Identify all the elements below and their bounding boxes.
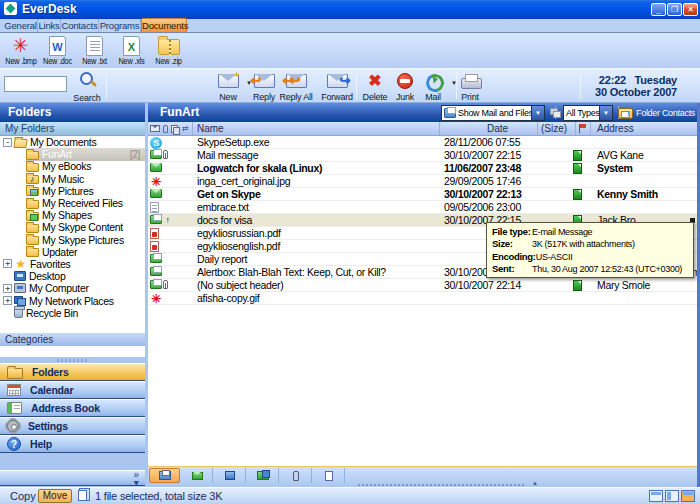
splitter-handle[interactable] [57,359,89,362]
new-button[interactable]: ✦▼New [213,72,243,102]
tab-general[interactable]: General [4,19,38,32]
tree-item-recycle-bin[interactable]: Recycle Bin [0,307,145,319]
file-row-afisha-copy-gif[interactable]: afisha-copy.gif [148,292,697,305]
nav-help-button[interactable]: Help [0,435,145,453]
my-folders-subheader: My Folders [0,122,145,136]
tree-item-my-music[interactable]: My Music [0,173,145,185]
direction-column-icon [182,125,191,133]
file-row-mail-message[interactable]: Mail message30/10/2007 22:15AVG Kane [148,149,697,162]
file-row-logwatch-for-skala-linux[interactable]: Logwatch for skala (Linux)11/06/2007 23:… [148,162,697,175]
delete-button[interactable]: Delete [357,72,393,102]
tree-item-my-network-places[interactable]: +My Network Places [0,294,145,306]
tree-item-my-skype-pictures[interactable]: My Skype Pictures [0,234,145,246]
new-zip-button[interactable]: New .zip [150,35,187,68]
column-size[interactable]: (Size) [538,122,576,135]
view-tab-both[interactable] [248,468,279,483]
categories-body [0,346,145,357]
collapse-icon[interactable]: - [3,138,12,147]
txt-icon [150,202,159,213]
tree-item-favorites[interactable]: +Favorites [0,258,145,270]
file-row-no-subject-header[interactable]: (No subject header)30/10/2007 22:14Mary … [148,279,697,292]
nav-folders-button[interactable]: Folders [0,363,145,381]
nav-set-icon [7,420,19,432]
horizontal-scrollbar[interactable] [358,484,524,486]
close-button[interactable]: ✕ [683,3,698,16]
nav-overflow-strip[interactable]: »▾ [0,470,145,486]
view-tab-mailfile[interactable] [149,468,180,483]
tree-item-my-documents[interactable]: -My Documents [0,136,145,148]
move-mode-button[interactable]: Move [38,489,72,503]
tree-item-funart[interactable]: FunArt[2] [0,148,145,160]
categories-header[interactable]: Categories [0,332,145,346]
all-types-dropdown[interactable]: All Types ▼ [563,105,613,121]
column-address[interactable]: Address [591,122,697,135]
new-xls-button[interactable]: New .xls [113,35,150,68]
tab-links[interactable]: Links [38,19,61,32]
expand-icon[interactable]: + [3,296,12,305]
search-icon [79,71,96,87]
view-tab-files[interactable] [215,468,246,483]
nav-settings-button[interactable]: Settings [0,417,145,435]
search-button[interactable]: Search [68,71,106,103]
column-name[interactable]: Name [193,122,440,135]
mail-button[interactable]: ▼Mail [418,72,448,102]
column-flag[interactable] [576,122,591,135]
junk-button[interactable]: Junk [390,72,420,102]
column-icons[interactable] [148,122,193,135]
tab-contacts[interactable]: Contacts [61,19,99,32]
toolbar-separator [580,73,581,99]
view-tab-clip[interactable] [281,468,312,483]
pages-column-icon [171,125,179,133]
tree-item-my-received-files[interactable]: My Received Files [0,197,145,209]
new-bmp-button[interactable]: New .bmp [2,35,39,68]
up-icon [163,215,172,225]
main-panel: FunArt Show Mail and Files ▼ All Types ▼… [148,103,697,487]
folder-contacts-button[interactable]: Folder Contacts [618,105,695,121]
tree-item-my-skype-content[interactable]: My Skype Content [0,221,145,233]
toolbar-separator [106,73,107,99]
nav-address-book-button[interactable]: Address Book [0,399,145,417]
file-row-get-on-skype[interactable]: Get on Skype30/10/2007 22:13Kenny Smith [148,188,697,201]
reply-all-button[interactable]: ↩↩Reply All [271,72,322,102]
tree-item-my-pictures[interactable]: My Pictures [0,185,145,197]
show-mail-files-dropdown[interactable]: Show Mail and Files ▼ [441,105,545,121]
new-doc-button[interactable]: New .doc [39,35,76,68]
file-row-skypesetup-exe[interactable]: SkypeSetup.exe28/11/2006 07:55 [148,136,697,149]
expand-icon[interactable]: + [3,259,12,268]
both-icon [257,471,269,480]
unread-count-badge: [2] [130,149,140,160]
print-button[interactable]: Print [455,72,486,102]
layout-single-button[interactable] [681,490,695,502]
dropdown-arrow-icon[interactable]: ▼ [531,106,544,120]
tree-item-my-shapes[interactable]: My Shapes [0,209,145,221]
mail-icon: ▼ [418,72,448,90]
search-input[interactable] [4,76,67,92]
column-date[interactable]: Date [440,122,538,135]
file-row-inga-cert-original-jpg[interactable]: inga_cert_original.jpg29/09/2005 17:46 [148,175,697,188]
tree-item-desktop[interactable]: Desktop [0,270,145,282]
app-icon [4,2,17,15]
new-txt-button[interactable]: New .txt [76,35,113,68]
dropdown-arrow-icon[interactable]: ▼ [599,106,612,120]
folders-panel-header: Folders [0,103,145,122]
view-tab-env[interactable] [182,468,213,483]
minimize-button[interactable]: _ [651,3,666,16]
layout-horizontal-button[interactable] [649,490,663,502]
tree-item-my-ebooks[interactable]: My eBooks [0,160,145,172]
layout-view-buttons [649,490,695,502]
forward-button[interactable]: ↪Forward [317,72,358,102]
tab-programs[interactable]: Programs [99,19,141,32]
env-icon [150,163,162,172]
expand-icon[interactable]: + [3,284,12,293]
attachment-column-icon [163,125,168,133]
file-row-embrace-txt[interactable]: embrace.txt09/05/2006 23:00 [148,201,697,214]
tab-documents[interactable]: Documents [141,18,187,32]
view-tab-doc[interactable] [314,468,345,483]
layout-vertical-button[interactable] [665,490,679,502]
restore-button[interactable]: ❐ [667,3,682,16]
tree-item-my-computer[interactable]: +My Computer [0,282,145,294]
nav-calendar-button[interactable]: Calendar [0,381,145,399]
favorites-icon [14,258,27,270]
copy-mode-button[interactable]: Copy [10,490,36,502]
types-icon [550,108,560,117]
